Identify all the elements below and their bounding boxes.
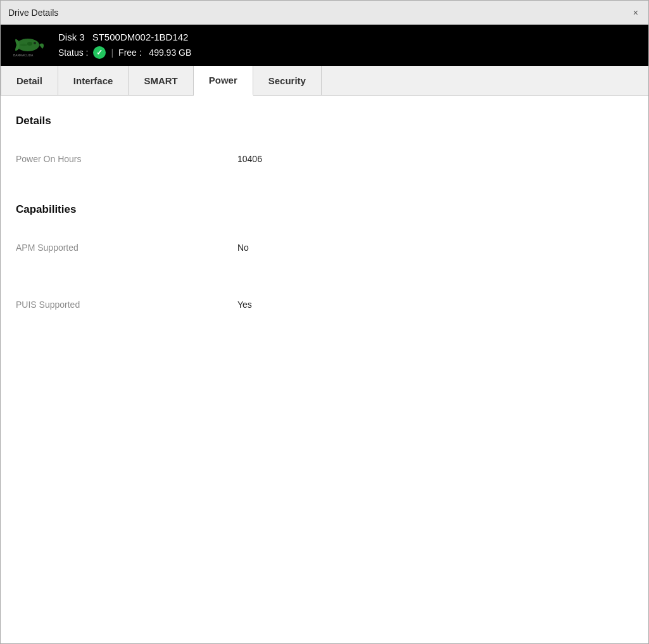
spacer-1 (16, 172, 633, 203)
disk-label: Disk 3 (58, 32, 85, 42)
svg-point-2 (34, 42, 36, 44)
capabilities-section-title: Capabilities (16, 203, 633, 216)
table-row: PUIS Supported Yes (16, 292, 633, 317)
window-title: Drive Details (8, 8, 58, 18)
apm-supported-value: No (237, 243, 249, 253)
tab-security[interactable]: Security (253, 66, 322, 95)
puis-supported-label: PUIS Supported (16, 300, 237, 310)
svg-point-1 (27, 42, 32, 46)
free-space-label: Free : 499.93 GB (118, 47, 191, 58)
close-button[interactable]: × (631, 7, 641, 18)
power-on-hours-label: Power On Hours (16, 154, 237, 164)
puis-supported-value: Yes (237, 300, 252, 310)
tab-smart[interactable]: SMART (129, 66, 193, 95)
drive-header: BARRACUDA Disk 3 ST500DM002-1BD142 Statu… (1, 25, 648, 66)
content-area: Details Power On Hours 10406 Capabilitie… (1, 96, 648, 643)
disk-model: ST500DM002-1BD142 (92, 32, 189, 42)
status-label: Status : (58, 47, 88, 58)
table-row: APM Supported No (16, 235, 633, 260)
status-row: Status : | Free : 499.93 GB (58, 46, 191, 59)
drive-name-row: Disk 3 ST500DM002-1BD142 (58, 32, 191, 42)
spacer-2 (16, 260, 633, 292)
tab-bar: Detail Interface SMART Power Security (1, 66, 648, 96)
power-on-hours-value: 10406 (237, 154, 262, 164)
drive-info: Disk 3 ST500DM002-1BD142 Status : | Free… (58, 32, 191, 59)
separator: | (111, 47, 113, 58)
details-section-title: Details (16, 115, 633, 127)
svg-text:BARRACUDA: BARRACUDA (13, 53, 34, 57)
status-ok-icon (93, 46, 106, 59)
drive-details-window: Drive Details × BARRACUDA Disk 3 ST500DM… (0, 0, 649, 644)
barracuda-logo: BARRACUDA (11, 31, 46, 60)
title-bar: Drive Details × (1, 1, 648, 25)
tab-interface[interactable]: Interface (58, 66, 129, 95)
tab-power[interactable]: Power (194, 66, 253, 96)
apm-supported-label: APM Supported (16, 243, 237, 253)
tab-detail[interactable]: Detail (1, 66, 58, 95)
details-section: Details Power On Hours 10406 (16, 115, 633, 172)
capabilities-section: Capabilities APM Supported No PUIS Suppo… (16, 203, 633, 317)
table-row: Power On Hours 10406 (16, 146, 633, 172)
